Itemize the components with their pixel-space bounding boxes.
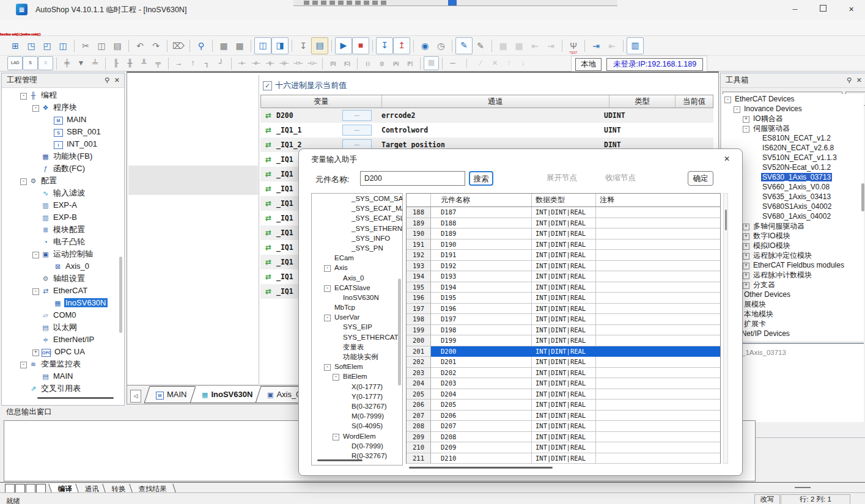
column-data-type[interactable]: 数据类型 bbox=[532, 194, 596, 206]
project-tree-hscrollbar[interactable] bbox=[37, 397, 114, 399]
tree-item[interactable]: -⇄EtherCAT bbox=[2, 285, 116, 297]
variable-table-button[interactable]: ▤ bbox=[311, 37, 328, 54]
cross-delete-button[interactable]: ✕ bbox=[488, 57, 502, 70]
move-right-button[interactable]: ⇥ bbox=[543, 38, 559, 54]
collapse-nodes-button[interactable]: 收缩节点 bbox=[601, 171, 640, 186]
element-row[interactable]: 200 D199 INT|DINT|REAL bbox=[407, 335, 720, 346]
element-row[interactable]: 206 D205 INT|DINT|REAL bbox=[407, 400, 720, 411]
tree-item[interactable]: ▱COM0 bbox=[2, 309, 116, 321]
element-row[interactable]: 194 D193 INT|DINT|REAL bbox=[407, 271, 720, 282]
element-row[interactable]: 207 D206 INT|DINT|REAL bbox=[407, 411, 720, 422]
device-tree-item[interactable]: SV680S1Axis_04002 bbox=[722, 202, 864, 211]
element-tree-vscrollbar[interactable] bbox=[398, 279, 401, 385]
device-tree-item[interactable]: +远程脉冲计数模块 bbox=[722, 270, 864, 280]
login-status-button[interactable]: 未登录:IP:192.168.1.189 bbox=[606, 58, 703, 71]
tree-item[interactable]: ≑EtherNet/IP bbox=[2, 334, 116, 346]
dialog-close-button[interactable]: ✕ bbox=[721, 153, 732, 164]
element-row[interactable]: 201 D200 INT|DINT|REAL bbox=[407, 346, 720, 357]
tree-item[interactable]: ⇗交叉引用表 bbox=[2, 382, 116, 395]
ok-button[interactable]: 确定 bbox=[688, 171, 713, 186]
element-tree-item[interactable]: -WordElem bbox=[312, 431, 402, 441]
device-tree-item[interactable]: 展模块 bbox=[722, 299, 864, 309]
tree-item[interactable]: SSBR_001 bbox=[2, 126, 116, 138]
paste-button[interactable]: ▤ bbox=[109, 38, 125, 54]
expander-icon[interactable]: + bbox=[743, 233, 749, 240]
column-type[interactable]: 类型 bbox=[609, 95, 675, 108]
tree-item[interactable]: IINT_001 bbox=[2, 138, 116, 150]
dialog-title[interactable]: 变量输入助手 bbox=[311, 155, 357, 165]
expander-icon[interactable]: - bbox=[20, 178, 27, 185]
device-tree-item[interactable]: 本地模块 bbox=[722, 309, 864, 319]
expander-icon[interactable]: + bbox=[743, 253, 749, 260]
io-mapping-row[interactable]: ⇄ _IQ1_1 ... Controlword UINT bbox=[260, 123, 713, 137]
expander-icon[interactable]: - bbox=[324, 285, 331, 292]
up-branch-button[interactable]: ╨ bbox=[137, 57, 151, 70]
expander-icon[interactable]: - bbox=[32, 288, 39, 295]
column-current-value[interactable]: 当前值 bbox=[675, 95, 713, 108]
tree-item[interactable]: -≋变量监控表 bbox=[2, 358, 116, 370]
tree-item[interactable]: -⚙配置 bbox=[2, 175, 116, 187]
element-row[interactable]: 196 D195 INT|DINT|REAL bbox=[407, 293, 720, 304]
document-tab[interactable]: ▦InoSV630N bbox=[190, 386, 264, 403]
element-table-vscrollbar-thumb[interactable] bbox=[725, 210, 727, 230]
tree-item[interactable]: +OPCOPC UA bbox=[2, 346, 116, 358]
inverted-coil-button[interactable]: (|) bbox=[375, 57, 389, 70]
test-button[interactable]: ΨTEST bbox=[565, 38, 581, 54]
new-project-button[interactable]: ⊞ bbox=[7, 38, 23, 54]
element-row[interactable]: 189 D188 INT|DINT|REAL bbox=[407, 218, 720, 229]
config-nav-item[interactable] bbox=[128, 107, 258, 136]
corner-up-button[interactable]: ┘ bbox=[214, 57, 228, 70]
config-nav-item[interactable] bbox=[128, 195, 258, 224]
element-row[interactable]: 190 D189 INT|DINT|REAL bbox=[407, 228, 720, 239]
maximize-button[interactable] bbox=[809, 0, 837, 19]
expander-icon[interactable]: + bbox=[743, 263, 749, 269]
upload-button[interactable]: ↥ bbox=[393, 37, 410, 54]
arrow-down-tool-button[interactable]: ↓ bbox=[516, 57, 530, 70]
close-panel-icon[interactable]: ✕ bbox=[856, 73, 862, 87]
stop-button[interactable]: ■ bbox=[352, 37, 369, 54]
expander-icon[interactable]: - bbox=[32, 252, 39, 258]
expander-icon[interactable]: + bbox=[743, 116, 749, 123]
copy-button[interactable]: ◫ bbox=[94, 38, 109, 54]
element-row[interactable]: 208 D207 INT|DINT|REAL bbox=[407, 421, 720, 432]
device-tree-item[interactable]: +IO耦合器 bbox=[722, 114, 864, 123]
column-element-name[interactable]: 元件名称 bbox=[431, 194, 532, 206]
expander-icon[interactable]: - bbox=[324, 364, 331, 371]
channel-picker-button[interactable]: ... bbox=[342, 125, 372, 136]
element-tree-item[interactable]: SYS_ETHERCAT bbox=[312, 332, 402, 342]
close-button[interactable]: ✕ bbox=[837, 0, 865, 19]
delete-row-button[interactable]: ╧ bbox=[88, 57, 102, 70]
device-tree-item[interactable]: +EtherCAT Fieldbus modules bbox=[722, 260, 864, 270]
tree-item[interactable]: ▤MAIN bbox=[2, 370, 116, 382]
tree-item[interactable]: -❖程序块 bbox=[2, 101, 116, 114]
element-tree-item[interactable]: -SoftElem bbox=[312, 362, 402, 371]
edit-variable-button[interactable]: ✎ bbox=[473, 38, 488, 54]
channel-picker-button[interactable]: ... bbox=[342, 110, 372, 121]
tree-item[interactable]: ▦功能块(FB) bbox=[2, 150, 116, 163]
arrow-up-tool-button[interactable]: ↑ bbox=[502, 57, 516, 70]
instruction-block-button[interactable]: ▦ bbox=[424, 56, 439, 70]
expand-nodes-button[interactable]: 展开节点 bbox=[542, 171, 581, 186]
tree-item[interactable]: -╫编程 bbox=[2, 89, 116, 101]
config-nav-item[interactable] bbox=[128, 136, 258, 166]
element-row[interactable]: 199 D198 INT|DINT|REAL bbox=[407, 325, 720, 336]
output-hscrollbar[interactable] bbox=[795, 487, 811, 488]
config-nav-item[interactable] bbox=[128, 224, 258, 254]
expander-icon[interactable]: - bbox=[724, 97, 731, 103]
expander-icon[interactable]: + bbox=[743, 272, 749, 279]
undo-button[interactable]: ↶ bbox=[132, 38, 148, 54]
logout-button[interactable]: ⇤ bbox=[604, 38, 620, 54]
element-tree-hscrollbar[interactable] bbox=[317, 459, 363, 461]
tree-item[interactable]: MMAIN bbox=[2, 114, 116, 126]
tab-scroll-left-button[interactable]: ◁ bbox=[130, 390, 141, 403]
falling-edge-contact-button[interactable]: ⊣↓⊢ bbox=[305, 57, 319, 70]
element-row[interactable]: 197 D196 INT|DINT|REAL bbox=[407, 304, 720, 315]
no-contact-button[interactable]: ⊣⊢ bbox=[235, 57, 249, 70]
device-tree-item[interactable]: SV660_1Axis_V0.08 bbox=[722, 182, 864, 192]
device-tree-item[interactable]: 扩展卡 bbox=[722, 319, 864, 329]
login-button[interactable]: ⇥ bbox=[588, 38, 604, 54]
element-row[interactable]: 188 D187 INT|DINT|REAL bbox=[407, 207, 720, 218]
tree-item[interactable]: ▥EXP-A bbox=[2, 199, 116, 211]
element-row[interactable]: 210 D209 INT|DINT|REAL bbox=[407, 442, 720, 453]
device-tree-item[interactable]: SV510N_ECAT_v1.1.3 bbox=[722, 153, 864, 163]
